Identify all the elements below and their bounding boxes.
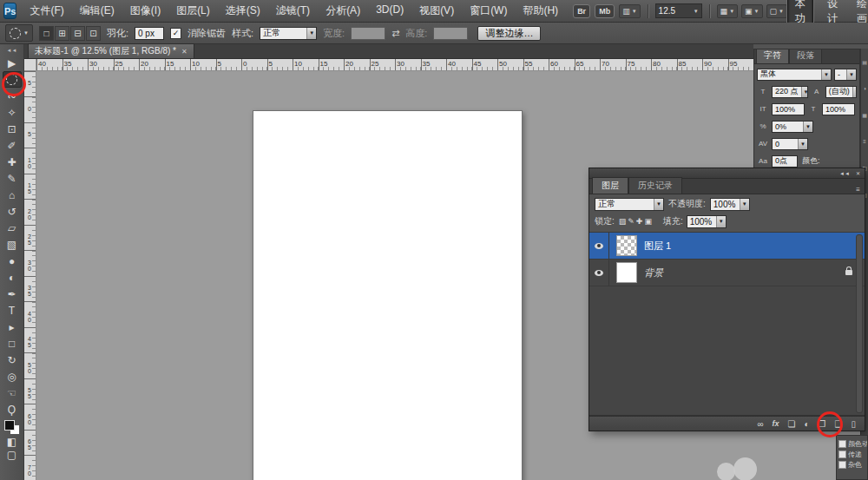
add-to-selection-icon[interactable]: ⊞: [55, 26, 69, 41]
scrollbar[interactable]: [856, 234, 863, 413]
pen-tool[interactable]: ✒: [3, 286, 22, 302]
adjustment-layer-icon[interactable]: ◐: [805, 419, 810, 429]
lock-all-icon[interactable]: ▣: [644, 217, 652, 226]
arrange-documents-button[interactable]: ▣▼: [741, 4, 762, 18]
menu-select[interactable]: 选择(S): [218, 2, 268, 20]
collapsed-panel-icon[interactable]: ▦: [862, 112, 867, 118]
history-brush-tool[interactable]: ↺: [3, 203, 22, 220]
eyedropper-tool[interactable]: ✐: [3, 137, 22, 154]
quick-mask-icon[interactable]: ◧: [3, 435, 22, 448]
launcher-button[interactable]: ▥ ▼: [619, 4, 640, 18]
menu-image[interactable]: 图像(I): [122, 2, 168, 20]
height-input[interactable]: [433, 27, 468, 40]
font-size-select[interactable]: 220 点 ▼: [772, 86, 808, 98]
menu-layer[interactable]: 图层(L): [168, 2, 218, 20]
menu-view[interactable]: 视图(V): [411, 2, 462, 20]
baseline-input[interactable]: 0点: [772, 155, 798, 168]
fill-select[interactable]: 100% ▼: [687, 215, 727, 228]
move-tool[interactable]: ▶: [3, 55, 22, 71]
foreground-color-swatch[interactable]: [4, 420, 15, 431]
subtract-from-selection-icon[interactable]: ⊟: [70, 26, 85, 41]
tsume-select[interactable]: 0% ▼: [772, 121, 813, 133]
zoom-tool[interactable]: Ϙ: [3, 401, 22, 418]
bridge-button[interactable]: Br: [573, 4, 590, 18]
new-selection-icon[interactable]: □: [39, 26, 54, 41]
3d-rotate-tool[interactable]: ↻: [3, 352, 22, 368]
vertical-scale-input[interactable]: 100%: [772, 103, 805, 115]
tab-history[interactable]: 历史记录: [628, 177, 682, 194]
3d-camera-tool[interactable]: ◎: [3, 368, 22, 385]
antialias-checkbox[interactable]: ✓: [170, 28, 181, 39]
crop-tool[interactable]: ⊡: [3, 121, 22, 137]
layer-row-layer1[interactable]: 图层 1: [589, 233, 865, 260]
tool-preset-picker[interactable]: ▼: [5, 24, 33, 42]
menu-filter[interactable]: 滤镜(T): [268, 2, 318, 20]
menu-3d[interactable]: 3D(D): [368, 2, 411, 20]
blend-mode-select[interactable]: 正常 ▼: [595, 198, 664, 211]
layer-thumbnail[interactable]: [616, 262, 637, 283]
screen-mode-toggle-icon[interactable]: ▢: [3, 448, 22, 461]
rectangle-tool[interactable]: □: [3, 335, 22, 352]
hand-tool[interactable]: ☜: [3, 385, 22, 401]
checkbox-icon[interactable]: [838, 440, 846, 448]
menu-help[interactable]: 帮助(H): [515, 2, 566, 20]
lock-image-pixels-icon[interactable]: ✎: [628, 217, 635, 226]
quick-selection-tool[interactable]: ✧: [3, 104, 22, 121]
menu-analysis[interactable]: 分析(A): [318, 2, 368, 20]
collapse-panel-icon[interactable]: ◄◄: [7, 46, 17, 55]
brush-option-row[interactable]: 传递: [838, 449, 867, 459]
visibility-cell[interactable]: [589, 260, 609, 286]
kerning-select[interactable]: 0 ▼: [772, 138, 808, 150]
brush-option-row[interactable]: 杂色: [838, 459, 867, 470]
intersect-selection-icon[interactable]: ⊡: [86, 26, 101, 41]
feather-input[interactable]: 0 px: [135, 27, 164, 40]
menu-edit[interactable]: 编辑(E): [72, 2, 122, 20]
horizontal-scale-input[interactable]: 100%: [822, 103, 855, 115]
panel-menu-icon[interactable]: ≡: [856, 186, 865, 194]
view-extras-button[interactable]: ▦▼: [717, 4, 738, 18]
spot-healing-brush-tool[interactable]: ✚: [3, 154, 22, 170]
add-layer-mask-icon[interactable]: ❏: [788, 419, 796, 429]
tab-layers[interactable]: 图层: [592, 177, 628, 194]
layer-row-background[interactable]: 背景: [589, 260, 865, 286]
screen-mode-button[interactable]: ▢▼: [766, 4, 787, 18]
lock-position-icon[interactable]: ✚: [636, 217, 643, 226]
blur-tool[interactable]: ●: [3, 253, 22, 269]
close-icon[interactable]: ✕: [856, 170, 860, 176]
checkbox-icon[interactable]: [838, 450, 846, 458]
font-family-select[interactable]: 黑体 ▼: [757, 69, 832, 81]
layer-thumbnail[interactable]: [616, 235, 637, 256]
style-select[interactable]: 正常 ▼: [260, 27, 317, 40]
collapsed-panel-icon[interactable]: ◑: [863, 86, 866, 91]
width-input[interactable]: [351, 27, 385, 40]
tab-character[interactable]: 字符: [756, 49, 789, 63]
photoshop-logo-icon[interactable]: Ps: [3, 3, 16, 19]
collapsed-panel-icon[interactable]: ▤: [862, 59, 867, 65]
menu-window[interactable]: 窗口(W): [462, 2, 515, 20]
layer-name[interactable]: 背景: [644, 266, 663, 279]
document-canvas[interactable]: [253, 110, 523, 480]
leading-select[interactable]: (自动) ▼: [825, 86, 857, 98]
swap-width-height-icon[interactable]: ⇄: [391, 28, 399, 39]
path-selection-tool[interactable]: ▸: [3, 319, 22, 335]
refine-edge-button[interactable]: 调整边缘…: [477, 26, 541, 41]
visibility-cell[interactable]: [589, 233, 609, 259]
delete-layer-icon[interactable]: ▯: [851, 419, 856, 429]
brush-option-row[interactable]: 颜色动态: [838, 438, 867, 449]
link-layers-icon[interactable]: ∞: [757, 419, 763, 429]
mini-bridge-button[interactable]: Mb: [595, 4, 615, 18]
dodge-tool[interactable]: ◐: [3, 269, 22, 286]
document-tab[interactable]: 未标题-1 @ 12.5% (图层 1, RGB/8) * ✕: [28, 43, 194, 58]
close-icon[interactable]: ✕: [181, 48, 187, 56]
checkbox-icon[interactable]: [838, 461, 846, 469]
brush-tool[interactable]: ✎: [3, 170, 22, 187]
clone-stamp-tool[interactable]: ⌂: [3, 187, 22, 203]
zoom-level-field[interactable]: 12.5 ▼: [655, 3, 702, 18]
gradient-tool[interactable]: ▧: [3, 236, 22, 253]
menu-file[interactable]: 文件(F): [22, 2, 71, 20]
eraser-tool[interactable]: ▱: [3, 220, 22, 236]
layer-name[interactable]: 图层 1: [644, 240, 671, 253]
type-tool[interactable]: T: [3, 302, 22, 319]
collapse-panel-icon[interactable]: ◄◄: [839, 171, 850, 176]
collapsed-panel-icon[interactable]: ≡: [863, 139, 866, 144]
